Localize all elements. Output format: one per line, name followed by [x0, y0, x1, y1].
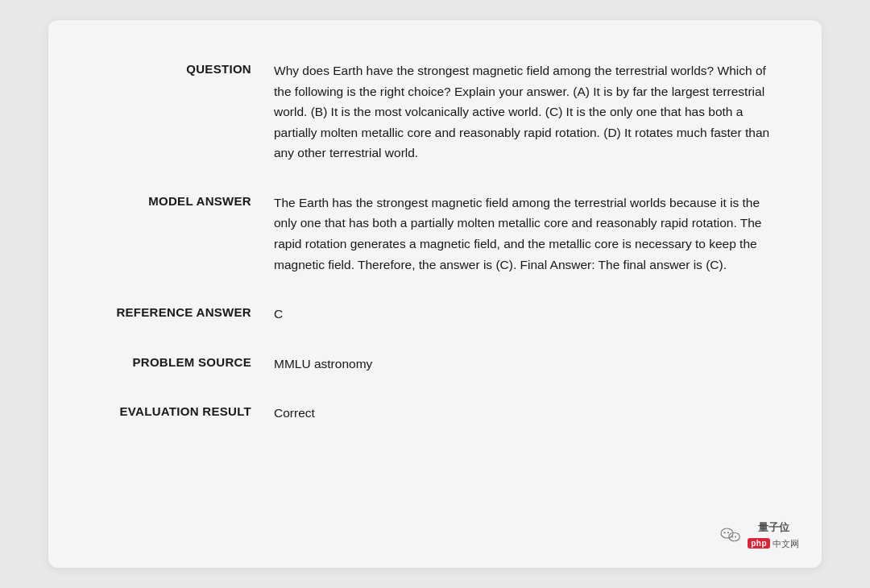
svg-point-2 [727, 532, 729, 533]
wechat-icon [719, 524, 743, 548]
reference-answer-label: REFERENCE ANSWER [97, 304, 274, 319]
svg-point-4 [731, 536, 733, 537]
svg-point-5 [735, 536, 736, 537]
evaluation-result-row: EVALUATION RESULT Correct [97, 403, 773, 424]
model-answer-row: MODEL ANSWER The Earth has the strongest… [97, 193, 773, 275]
watermark-site: 量子位 [758, 520, 789, 535]
evaluation-result-content: Correct [274, 403, 773, 424]
question-content: Why does Earth have the strongest magnet… [274, 60, 773, 164]
model-answer-content: The Earth has the strongest magnetic fie… [274, 193, 773, 275]
main-card: QUESTION Why does Earth have the stronge… [48, 20, 822, 568]
watermark-cn-label: 中文网 [773, 538, 799, 550]
model-answer-label: MODEL ANSWER [97, 193, 274, 208]
problem-source-content: MMLU astronomy [274, 354, 773, 375]
reference-answer-content: C [274, 304, 773, 325]
watermark-php-label: php [748, 538, 770, 549]
question-row: QUESTION Why does Earth have the stronge… [97, 60, 773, 164]
watermark-text: 量子位 php 中文网 [748, 520, 799, 550]
watermark: 量子位 php 中文网 [719, 520, 799, 550]
svg-point-1 [724, 532, 726, 533]
reference-answer-row: REFERENCE ANSWER C [97, 304, 773, 325]
question-label: QUESTION [97, 60, 274, 76]
problem-source-row: PROBLEM SOURCE MMLU astronomy [97, 354, 773, 375]
problem-source-label: PROBLEM SOURCE [97, 354, 274, 369]
evaluation-result-label: EVALUATION RESULT [97, 403, 274, 418]
